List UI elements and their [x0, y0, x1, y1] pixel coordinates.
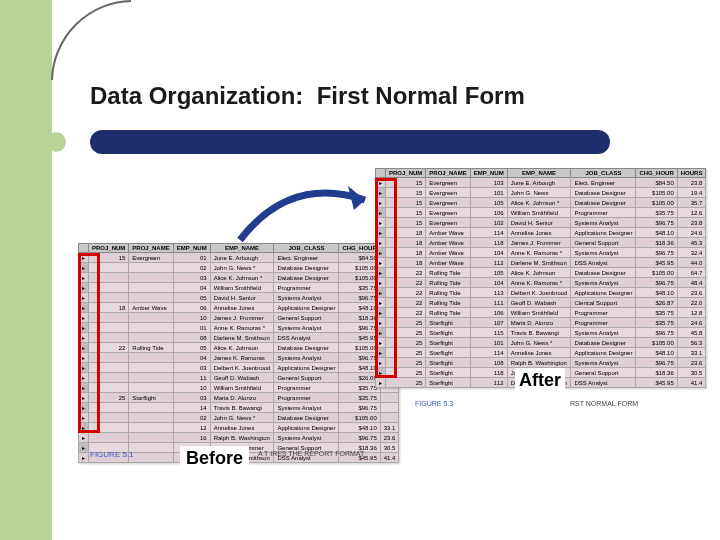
table-cell: 25: [386, 378, 426, 388]
table-row: ▸16Ralph B. WashingtonSystems Analyst$96…: [79, 433, 399, 443]
table-row: ▸25Starflight101John G. News *Database D…: [376, 338, 706, 348]
table-cell: Anne K. Ramoras *: [507, 278, 571, 288]
table-cell: 118: [470, 368, 507, 378]
table-cell: Starflight: [426, 378, 470, 388]
caption-before-figure: FIGURE 5.1: [90, 450, 134, 459]
table-cell: 114: [470, 348, 507, 358]
slide-title: Data Organization: First Normal Form: [90, 82, 525, 110]
table-cell: [380, 413, 399, 423]
table-cell: $105.00: [339, 413, 380, 423]
table-cell: William Smithfield: [210, 283, 274, 293]
table-cell: DSS Analyst: [571, 258, 636, 268]
table-row: ▸12Annelise JonesApplications Designer$4…: [79, 423, 399, 433]
table-cell: $48.10: [636, 288, 677, 298]
table-cell: Geoff D. Wabash: [210, 373, 274, 383]
caption-after-figure: FIGURE 5.3: [415, 400, 453, 407]
table-cell: 03: [173, 273, 210, 283]
table-cell: Evergreen: [129, 253, 173, 263]
table-cell: $35.75: [636, 318, 677, 328]
table-cell: [89, 293, 129, 303]
table-cell: Annelise Jones: [507, 228, 571, 238]
table-cell: William Smithfield: [210, 383, 274, 393]
table-row: ▸22Rolling Tide104Anne K. Ramoras *Syste…: [376, 278, 706, 288]
table-cell: $35.75: [636, 208, 677, 218]
table-cell: 25: [386, 368, 426, 378]
table-cell: [380, 393, 399, 403]
column-header: EMP_NUM: [173, 244, 210, 253]
table-cell: Elect. Engineer: [571, 178, 636, 188]
table-row: ▸15Evergreen102David H. SeniorSystems An…: [376, 218, 706, 228]
table-cell: 106: [470, 308, 507, 318]
table-cell: $96.75: [636, 218, 677, 228]
table-cell: 25: [89, 393, 129, 403]
table-cell: $48.10: [339, 423, 380, 433]
table-row: ▸18Amber Wave104Anne K. Ramoras *Systems…: [376, 248, 706, 258]
table-cell: [89, 413, 129, 423]
table-cell: $26.87: [636, 298, 677, 308]
table-row: ▸14Travis B. BawangiSystems Analyst$96.7…: [79, 403, 399, 413]
table-cell: [129, 313, 173, 323]
table-cell: Database Designer: [571, 338, 636, 348]
table-cell: Systems Analyst: [274, 293, 339, 303]
table-cell: [129, 383, 173, 393]
table-cell: 22: [386, 278, 426, 288]
table-cell: Systems Analyst: [274, 403, 339, 413]
table-cell: [380, 403, 399, 413]
caption-after-book: RST NORMAL FORM: [570, 400, 638, 407]
table-cell: Systems Analyst: [571, 248, 636, 258]
table-cell: 106: [470, 208, 507, 218]
table-cell: $18.36: [636, 368, 677, 378]
table-cell: Starflight: [426, 368, 470, 378]
table-cell: 15: [89, 253, 129, 263]
table-cell: 05: [173, 293, 210, 303]
table-cell: Systems Analyst: [571, 358, 636, 368]
table-cell: Annelise Jones: [507, 348, 571, 358]
caption-before-book: A T IRES THE REPORT FORMAT: [258, 450, 364, 457]
table-cell: Starflight: [426, 318, 470, 328]
table-cell: [129, 333, 173, 343]
table-row: ▸18Amber Wave112Darlene M. SmithsonDSS A…: [376, 258, 706, 268]
column-header: JOB_CLASS: [274, 244, 339, 253]
table-cell: Starflight: [426, 328, 470, 338]
table-cell: 32.4: [677, 248, 706, 258]
table-cell: 16: [173, 433, 210, 443]
table-cell: Annelise Jones: [210, 303, 274, 313]
table-cell: June E. Arbough: [210, 253, 274, 263]
table-row: ▸03Alice K. Johnson *Database Designer$1…: [79, 273, 399, 283]
column-header: EMP_NAME: [210, 244, 274, 253]
table-cell: $96.75: [636, 328, 677, 338]
table-cell: 15: [386, 208, 426, 218]
table-cell: Rolling Tide: [129, 343, 173, 353]
table-cell: Systems Analyst: [274, 323, 339, 333]
table-cell: Database Designer: [571, 198, 636, 208]
table-cell: Starflight: [426, 358, 470, 368]
table-cell: 24.6: [677, 228, 706, 238]
table-cell: $35.75: [339, 393, 380, 403]
table-row: ▸25Starflight115Travis B. BawangiSystems…: [376, 328, 706, 338]
table-cell: General Support: [571, 368, 636, 378]
table-cell: Alice K. Johnson *: [210, 273, 274, 283]
table-cell: Ralph B. Washington: [507, 358, 571, 368]
table-cell: Delbert K. Joenbrood: [210, 363, 274, 373]
table-cell: Systems Analyst: [571, 278, 636, 288]
table-cell: [89, 283, 129, 293]
table-cell: 10: [173, 313, 210, 323]
table-cell: Evergreen: [426, 188, 470, 198]
table-cell: Travis B. Bawangi: [210, 403, 274, 413]
table-cell: 45.3: [677, 238, 706, 248]
table-cell: 104: [470, 248, 507, 258]
table-cell: 114: [470, 228, 507, 238]
table-row: ▸04William SmithfieldProgrammer$35.75: [79, 283, 399, 293]
table-cell: Anne K. Ramoras *: [507, 248, 571, 258]
table-row: ▸22Rolling Tide05Alice K. JohnsonDatabas…: [79, 343, 399, 353]
table-cell: 118: [470, 238, 507, 248]
table-cell: Rolling Tide: [426, 308, 470, 318]
table-row: ▸15Evergreen103June E. ArboughElect. Eng…: [376, 178, 706, 188]
table-cell: $96.75: [636, 358, 677, 368]
table-cell: 115: [470, 328, 507, 338]
table-cell: 03: [173, 363, 210, 373]
table-cell: 03: [173, 393, 210, 403]
table-row: ▸04James K. RamorasSystems Analyst$96.75: [79, 353, 399, 363]
table-cell: [89, 323, 129, 333]
table-cell: 22: [386, 308, 426, 318]
